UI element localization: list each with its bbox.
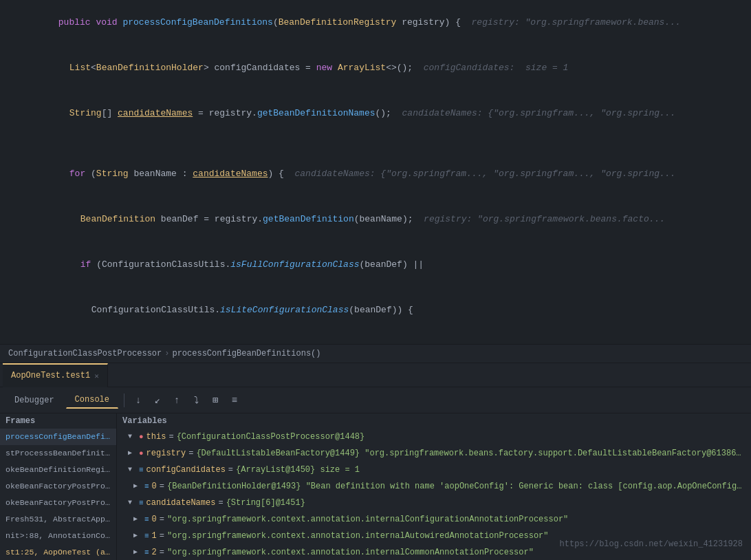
var-row-registry[interactable]: ▶ ● registry = {DefaultListableBeanFacto… [117, 445, 751, 462]
debug-panel: Debugger Console ↓ ↙ ↑ ⤵ ⊞ ≡ Frames proc… [0, 387, 751, 560]
tab-close-btn[interactable]: ✕ [94, 371, 99, 380]
param-registry: registry) { [396, 17, 471, 28]
call-stack-item-2[interactable]: okeBeanDefinitionRegistry... [0, 462, 116, 478]
toggle-cand-0: ▶ [133, 513, 143, 526]
varval-config: {ArrayList@1450} size = 1 [236, 463, 360, 477]
run-to-cursor-btn[interactable]: ⤵ [188, 392, 204, 409]
breadcrumb-sep: › [164, 349, 169, 358]
toggle-this: ▼ [128, 430, 138, 444]
watermark: https://blog.csdn.net/weixin_41231928 [560, 539, 743, 549]
vareq-cand-2: = [160, 546, 164, 559]
code-line-6: BeanDefinition beanDef = registry.getBea… [0, 197, 751, 242]
line-content-1: public void processConfigBeanDefinitions… [26, 0, 751, 45]
var-row-config-0[interactable]: ▶ ≡ 0 = {BeanDefinitionHolder@1493} "Bea… [117, 478, 751, 495]
type-string: String [69, 108, 102, 118]
icon-candidates: ≡ [139, 496, 144, 510]
debug-content: Frames processConfigBeanDefinition... st… [0, 413, 751, 560]
keyword-public: public [58, 17, 96, 28]
varval-candidates: {String[6]@1451} [226, 496, 305, 510]
var-row-configcandidates[interactable]: ▼ ≡ configCandidates = {ArrayList@1450} … [117, 462, 751, 478]
type-arraylist: ArrayList [338, 63, 386, 73]
vareq-config: = [228, 463, 233, 477]
tab-aoponetest[interactable]: AopOneTest.test1 ✕ [3, 363, 108, 387]
toggle-registry: ▶ [128, 446, 138, 460]
var-row-this[interactable]: ▼ ● this = {ConfigurationClassPostProces… [117, 429, 751, 445]
line-content-6: BeanDefinition beanDef = registry.getBea… [26, 197, 751, 242]
code-editor: public void processConfigBeanDefinitions… [0, 0, 751, 344]
toggle-cand-2: ▶ [133, 546, 143, 559]
beandef-var: beanDef = registry. [155, 214, 263, 224]
debug-toolbar: Debugger Console ↓ ↙ ↑ ⤵ ⊞ ≡ [0, 387, 751, 413]
utils-ref: ConfigurationClassUtils. [91, 305, 220, 315]
var-row-cand-0[interactable]: ▶ ≡ 0 = "org.springframework.context.ann… [117, 511, 751, 528]
diamond: <>(); [386, 63, 424, 73]
call-stack-item-3[interactable]: okeBeanFactoryPostProce... [0, 478, 116, 495]
vareq-candidates: = [218, 496, 223, 510]
for-paren: ( [91, 169, 96, 179]
type-beandef: BeanDefinition [80, 214, 155, 224]
toggle-cand-1: ▶ [133, 529, 143, 543]
call-stack-item-7[interactable]: st1:25, AopOneTest (anno... [0, 544, 116, 560]
settings-btn[interactable]: ≡ [226, 392, 243, 409]
varval-this: {ConfigurationClassPostProcessor@1448} [177, 430, 365, 444]
generic-open: < [91, 63, 96, 73]
var-row-candidates[interactable]: ▼ ≡ candidateNames = {String[6]@1451} [117, 495, 751, 511]
line-content-3: String[] candidateNames = registry.getBe… [26, 91, 751, 136]
vareq-cand-1: = [160, 529, 164, 543]
code-line-7: if (ConfigurationClassUtils.isFullConfig… [0, 242, 751, 288]
generic-close: > [204, 63, 209, 73]
line-content-7: if (ConfigurationClassUtils.isFullConfig… [26, 242, 751, 288]
code-line-4 [0, 136, 751, 151]
call-stack-item-5[interactable]: Fresh531, AbstractApplicat... [0, 511, 116, 528]
method-islite: isLiteConfigurationClass [220, 305, 349, 315]
varname-config-0: 0 [152, 480, 157, 493]
evaluate-btn[interactable]: ⊞ [207, 392, 224, 409]
call-stack-item-4[interactable]: okeBeanFactoryPostProce... [0, 495, 116, 511]
icon-this: ● [139, 430, 144, 444]
tab-debugger[interactable]: Debugger [6, 392, 63, 409]
hint-config: configCandidates: size = 1 [424, 63, 569, 73]
varname-cand-0: 0 [152, 513, 157, 526]
candidate-ref: candidateNames [193, 169, 268, 179]
varname-config: configCandidates [146, 463, 226, 477]
vareq-registry: = [188, 446, 193, 460]
breadcrumb-part2: processConfigBeanDefinitions() [172, 349, 320, 358]
line-content-8: ConfigurationClassUtils.isLiteConfigurat… [26, 288, 751, 333]
islite-args: (beanDef)) { [349, 305, 413, 315]
method-name: processConfigBeanDefinitions [122, 17, 272, 28]
varval-cand-2: "org.springframework.context.annotation.… [167, 546, 534, 559]
code-line-9: if (logger.isDebugEnabled()) { [0, 333, 751, 344]
varname-cand-2: 2 [152, 546, 157, 559]
vareq-this: = [168, 430, 173, 444]
vareq-cand-0: = [160, 513, 164, 526]
code-line-5: for (String beanName : candidateNames) {… [0, 151, 751, 197]
hint-registry: registry: "org.springframework.beans... [472, 17, 681, 28]
varname-cand-1: 1 [152, 529, 157, 543]
toggle-config: ▼ [128, 463, 138, 477]
step-into-btn[interactable]: ↙ [149, 392, 166, 409]
varval-cand-1: "org.springframework.context.annotation.… [167, 529, 549, 543]
icon-cand-2: ≡ [144, 546, 149, 559]
varval-config-0: {BeanDefinitionHolder@1493} "Bean defini… [167, 480, 745, 493]
type-registry: BeanDefinitionRegistry [279, 17, 397, 28]
line-content-2: List<BeanDefinitionHolder> configCandida… [26, 45, 751, 91]
icon-config: ≡ [139, 463, 144, 477]
tab-label: AopOneTest.test1 [11, 371, 90, 380]
method-getbeans: getBeanDefinitionNames [257, 108, 376, 118]
varval-cand-0: "org.springframework.context.annotation.… [167, 513, 568, 526]
kw-for: for [69, 169, 91, 179]
call-stack-item-6[interactable]: nit>:88, AnnotationConfigA... [0, 528, 116, 544]
call-stack-item-0[interactable]: processConfigBeanDefinition... [0, 429, 116, 445]
step-out-btn[interactable]: ↑ [168, 392, 185, 409]
step-over-btn[interactable]: ↓ [130, 392, 146, 409]
type-holder: BeanDefinitionHolder [96, 63, 204, 73]
tab-console[interactable]: Console [66, 391, 118, 409]
method-getbean: getBeanDefinition [263, 214, 354, 224]
type-list: List [69, 63, 91, 73]
call-stack-item-1[interactable]: stProcesssBeanDefinition... [0, 445, 116, 462]
call-stack-panel: Frames processConfigBeanDefinition... st… [0, 413, 117, 560]
kw-if1: if [80, 259, 96, 270]
tab-bar: AopOneTest.test1 ✕ [0, 363, 751, 387]
if1-args: (beanDef) || [360, 259, 424, 270]
keyword-new: new [316, 63, 338, 73]
